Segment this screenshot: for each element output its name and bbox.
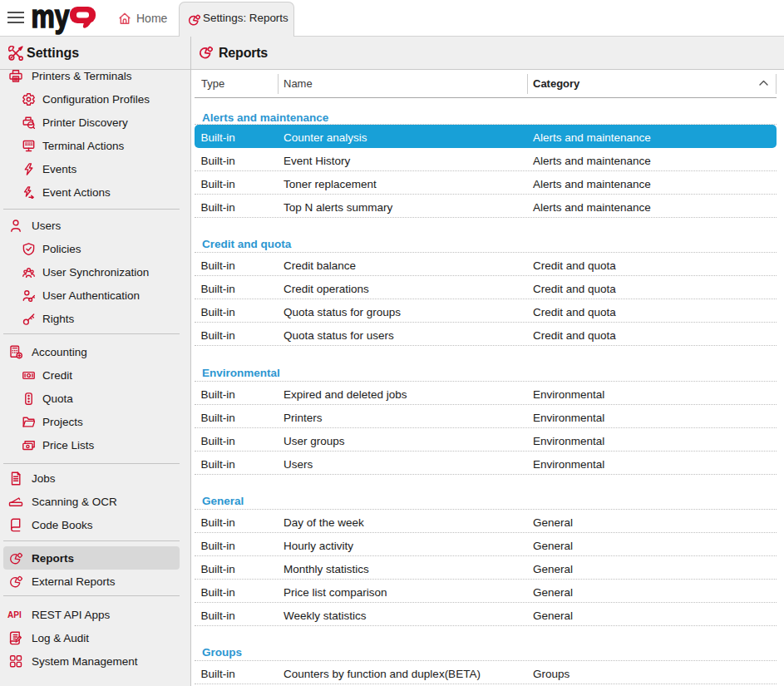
svg-text:my: my (32, 0, 70, 34)
